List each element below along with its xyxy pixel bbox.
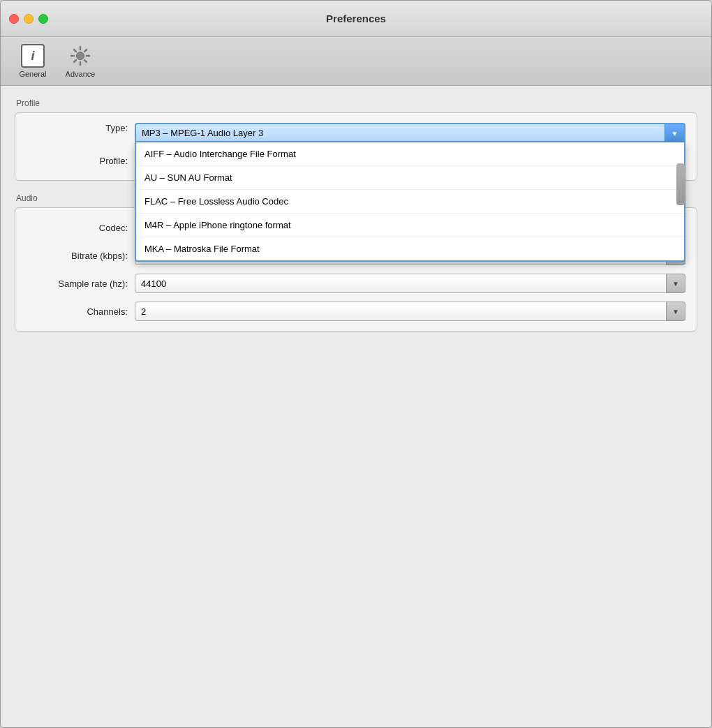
sample-rate-select-wrapper: 44100 ▼: [135, 274, 685, 293]
codec-label: Codec:: [27, 223, 135, 233]
sample-rate-row: Sample rate (hz): 44100 ▼: [27, 274, 685, 293]
svg-line-8: [74, 60, 76, 62]
type-dropdown-selected[interactable]: MP3 – MPEG-1 Audio Layer 3 ▼: [135, 123, 685, 142]
profile-group: Type: MP3 – MPEG-1 Audio Layer 3 ▼ AIFF …: [15, 112, 697, 181]
channels-select-wrapper: 2 ▼: [135, 302, 685, 321]
sample-rate-label: Sample rate (hz):: [27, 278, 135, 289]
dropdown-item-m4r[interactable]: M4R – Apple iPhone ringtone format: [136, 214, 684, 237]
title-bar: Preferences: [1, 1, 711, 37]
toolbar: General Advance: [1, 37, 711, 86]
traffic-lights: [9, 14, 48, 24]
profile-section-label: Profile: [16, 98, 697, 108]
preferences-window: Preferences General: [0, 0, 712, 728]
svg-line-7: [84, 50, 87, 52]
channels-select[interactable]: 2: [135, 302, 685, 321]
type-row: Type: MP3 – MPEG-1 Audio Layer 3 ▼ AIFF …: [27, 123, 685, 142]
svg-line-5: [74, 50, 76, 52]
content-area: Profile Type: MP3 – MPEG-1 Audio Layer 3…: [1, 86, 711, 727]
advance-tab-label: Advance: [66, 70, 96, 78]
profile-label: Profile:: [27, 156, 135, 166]
channels-label: Channels:: [27, 306, 135, 317]
svg-point-0: [77, 52, 84, 60]
general-tab-label: General: [19, 70, 46, 78]
type-label: Type:: [27, 123, 135, 133]
advance-tab-button[interactable]: Advance: [58, 41, 103, 82]
scrollbar-thumb: [676, 163, 685, 205]
window-title: Preferences: [326, 13, 386, 24]
channels-row: Channels: 2 ▼: [27, 302, 685, 321]
general-tab-button[interactable]: General: [10, 41, 55, 82]
type-dropdown-list: AIFF – Audio Interchange File Format AU …: [135, 142, 685, 262]
type-dropdown-wrapper: MP3 – MPEG-1 Audio Layer 3 ▼ AIFF – Audi…: [135, 123, 685, 142]
minimize-button[interactable]: [24, 14, 34, 24]
maximize-button[interactable]: [38, 14, 48, 24]
general-icon: [20, 44, 45, 68]
dropdown-item-mka[interactable]: MKA – Matroska File Format: [136, 237, 684, 260]
dropdown-item-flac[interactable]: FLAC – Free Lossless Audio Codec: [136, 190, 684, 214]
sample-rate-select[interactable]: 44100: [135, 274, 685, 293]
type-dropdown-arrow[interactable]: ▼: [665, 124, 684, 142]
svg-line-6: [84, 60, 87, 62]
bitrate-label: Bitrate (kbps):: [27, 251, 135, 261]
close-button[interactable]: [9, 14, 19, 24]
dropdown-item-au[interactable]: AU – SUN AU Format: [136, 166, 684, 190]
gear-icon: [68, 45, 93, 68]
dropdown-item-aiff[interactable]: AIFF – Audio Interchange File Format: [136, 142, 684, 166]
